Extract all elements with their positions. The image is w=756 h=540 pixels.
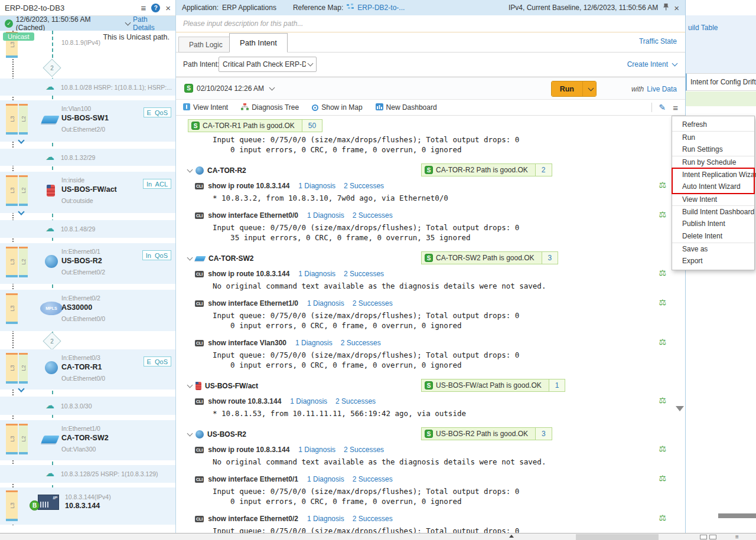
alert-count[interactable]: 50 [302, 120, 322, 132]
device-name[interactable]: US-BOS-R2 [61, 257, 102, 265]
help-icon[interactable]: ? [151, 4, 160, 12]
menu-item-run-settings[interactable]: Run Settings [672, 143, 754, 156]
router-icon[interactable] [45, 255, 58, 268]
diagnosis-link[interactable]: 1 Diagnosis [307, 475, 344, 483]
router-icon[interactable] [45, 361, 58, 374]
alert-count[interactable]: 3 [535, 428, 552, 440]
device-row[interactable]: L3 L2 In:Ethernet1/0 CA-TOR-SW2 Out:Vlan… [0, 420, 175, 460]
result-datetime-select[interactable]: S 02/10/2024 12:26 AM [184, 84, 274, 93]
successes-link[interactable]: 2 Successes [353, 211, 393, 220]
window-icon[interactable] [709, 535, 716, 539]
l2-chip[interactable]: L2 [19, 104, 28, 135]
collapse-chevron-icon[interactable] [187, 382, 193, 388]
horizontal-scrollbar-thumb[interactable] [576, 534, 659, 540]
chevron-down-icon[interactable] [125, 19, 131, 25]
config-drift-item[interactable]: Intent for Config Drift [686, 73, 756, 91]
menu-item-view-intent[interactable]: View Intent [672, 193, 754, 205]
device-row[interactable]: L3 MPLS In:Ethernet0/2 AS30000 Out:Ether… [0, 290, 175, 331]
device-name[interactable]: AS30000 [61, 303, 92, 312]
diagnosis-action-icon[interactable]: ⚖ [659, 269, 666, 277]
qos-tag[interactable]: E QoS [144, 107, 171, 117]
qos-tag[interactable]: E QoS [144, 356, 171, 366]
cloud-icon[interactable]: ☁ [45, 401, 54, 410]
window-icon[interactable] [700, 535, 707, 539]
path-description-input[interactable]: Please input description for this path..… [176, 15, 685, 32]
live-data-link[interactable]: Live Data [647, 85, 677, 93]
close-icon[interactable]: × [674, 4, 679, 12]
section-device-name[interactable]: CA-TOR-SW2 [208, 254, 253, 263]
diagnosis-action-icon[interactable]: ⚖ [659, 181, 666, 189]
cloud-icon[interactable]: ☁ [45, 469, 54, 477]
pin-icon[interactable] [663, 3, 669, 12]
successes-link[interactable]: 2 Successes [344, 446, 384, 454]
diagnosis-action-icon[interactable]: ⚖ [659, 338, 666, 346]
diagnosis-link[interactable]: 1 Diagnosis [295, 339, 333, 347]
application-value[interactable]: ERP Applications [222, 4, 276, 12]
reference-map-link[interactable]: ERP-DB2-to-... [357, 4, 405, 12]
successes-link[interactable]: 2 Successes [353, 299, 393, 307]
successes-link[interactable]: 2 Successes [341, 339, 381, 347]
section-device-name[interactable]: US-BOS-FW/act [205, 382, 258, 390]
diagnosis-link[interactable]: 1 Diagnosis [307, 299, 344, 307]
menu-item-run-by-schedule[interactable]: Run by Schedule [672, 156, 754, 168]
diagnosis-action-icon[interactable]: ⚖ [659, 513, 666, 522]
endpoint-row[interactable]: L3 IP B 10.8.3.144(IPv4) 10.8.3.144 [0, 487, 175, 525]
device-row[interactable]: L3 L2 In:Ethernet0/3 CA-TOR-R1 Out:Ether… [0, 349, 175, 390]
close-icon[interactable]: × [165, 4, 171, 12]
run-button[interactable]: Run [552, 81, 582, 96]
show-in-map-button[interactable]: Show in Map [312, 103, 362, 112]
diagnosis-link[interactable]: 1 Diagnosis [290, 397, 327, 405]
status-badge[interactable]: S US-BOS-FW/act Path is good.OK 1 [421, 379, 565, 392]
diagnosis-link[interactable]: 1 Diagnosis [307, 515, 344, 523]
path-timestamp[interactable]: 12/6/2023, 11:50:56 AM (Cached) [16, 15, 120, 32]
diagnosis-action-icon[interactable]: ⚖ [659, 210, 666, 218]
new-dashboard-button[interactable]: New Dashboard [376, 103, 437, 112]
expand-chevron-icon[interactable] [18, 385, 24, 392]
cloud-icon[interactable]: ☁ [45, 224, 54, 233]
device-row[interactable]: L3 L2 In:inside US-BOS-FW/act Out:outsid… [0, 172, 175, 213]
collapse-chevron-icon[interactable] [187, 166, 193, 172]
menu-item-build-intent-dashboard[interactable]: Build Intent Dashboard [672, 205, 754, 218]
diagnosis-action-icon[interactable]: ⚖ [659, 396, 666, 404]
status-badge[interactable]: S CA-TOR-SW2 Path is good.OK 3 [421, 251, 558, 264]
collapse-chevron-icon[interactable] [187, 430, 193, 436]
alert-count[interactable]: 2 [535, 164, 552, 176]
cloud-icon[interactable]: ☁ [45, 152, 54, 161]
hop-count-diamond[interactable]: 2 [43, 332, 61, 350]
diagnosis-link[interactable]: 1 Diagnosis [298, 270, 335, 278]
l2-chip[interactable]: L2 [19, 424, 28, 454]
collapse-chevron-icon[interactable] [187, 254, 193, 260]
hop-count-diamond[interactable]: 2 [43, 58, 61, 77]
status-badge[interactable]: S US-BOS-R2 Path is good.OK 3 [421, 427, 552, 440]
endpoint-name[interactable]: 10.8.3.144 [65, 502, 100, 510]
menu-icon[interactable]: ≡ [141, 4, 146, 12]
l3-chip[interactable]: L3 [6, 293, 18, 324]
expand-chevron-icon[interactable] [18, 208, 24, 215]
tab-path-intent[interactable]: Path Intent [229, 33, 288, 53]
successes-link[interactable]: 2 Successes [344, 270, 384, 278]
list-icon[interactable]: ≡ [735, 534, 739, 540]
device-row[interactable]: L3 L2 In:Ethernet0/1 US-BOS-R2 Out:Ether… [0, 243, 175, 284]
alert-count[interactable]: 3 [542, 252, 558, 264]
create-intent-link[interactable]: Create Intent [627, 60, 677, 68]
status-badge[interactable]: S CA-TOR-R1 Path is good.OK 50 [188, 119, 322, 132]
server-icon[interactable]: IP [38, 495, 59, 510]
menu-item-delete-intent[interactable]: Delete Intent [672, 230, 754, 243]
horizontal-scrollbar-thumb[interactable] [718, 513, 756, 518]
diagnosis-link[interactable]: 1 Diagnosis [298, 182, 335, 190]
successes-link[interactable]: 2 Successes [335, 397, 376, 405]
path-details-link[interactable]: Path Details [133, 15, 171, 32]
l2-chip[interactable]: L2 [19, 175, 28, 206]
run-options-button[interactable] [582, 81, 596, 96]
menu-item-refresh[interactable]: Refresh [672, 119, 754, 131]
section-device-name[interactable]: CA-TOR-R2 [207, 166, 246, 175]
menu-item-run[interactable]: Run [672, 131, 754, 143]
build-table-link[interactable]: uild Table [688, 24, 718, 32]
traffic-state-link[interactable]: Traffic State [639, 37, 677, 45]
qos-tag[interactable]: In QoS [142, 250, 171, 260]
menu-item-intent-replication-wizard[interactable]: Intent Replication Wizard [672, 168, 754, 181]
diagnosis-link[interactable]: 1 Diagnosis [307, 211, 344, 220]
diagnosis-link[interactable]: 1 Diagnosis [298, 446, 335, 454]
acl-tag[interactable]: In ACL [143, 179, 171, 189]
successes-link[interactable]: 2 Successes [353, 515, 393, 523]
